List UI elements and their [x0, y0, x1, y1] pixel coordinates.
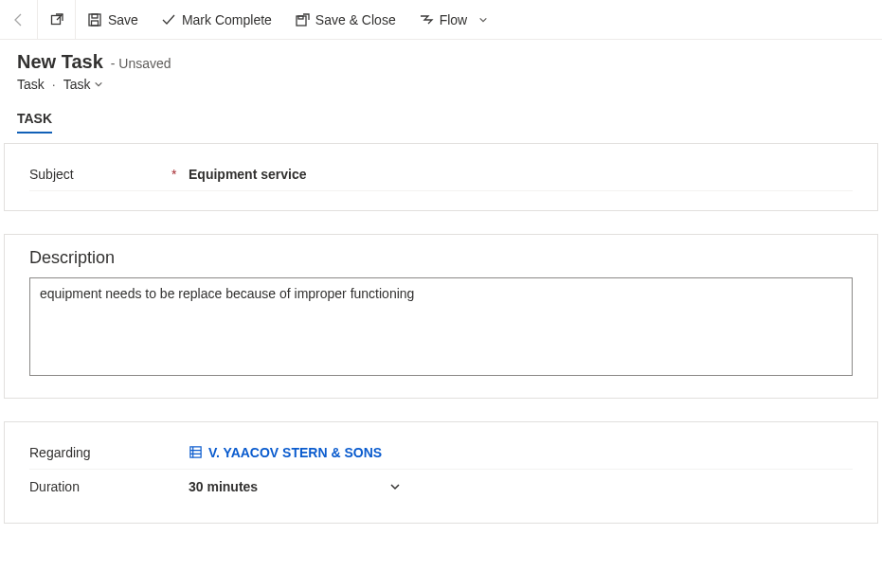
save-button[interactable]: Save	[76, 0, 150, 40]
breadcrumb-form-switcher[interactable]: Task	[63, 77, 104, 92]
svg-rect-2	[92, 14, 98, 18]
duration-value: 30 minutes	[189, 479, 378, 494]
svg-rect-0	[51, 15, 60, 24]
details-section: Regarding V. YAACOV STERN & SONS Duratio…	[4, 421, 878, 524]
page-header: New Task - Unsaved Task · Task	[0, 40, 882, 96]
breadcrumb-separator: ·	[52, 77, 56, 92]
subject-section: Subject * Equipment service	[4, 143, 878, 211]
chevron-down-icon	[478, 15, 488, 25]
regarding-value: V. YAACOV STERN & SONS	[208, 445, 382, 460]
regarding-label: Regarding	[29, 445, 171, 460]
duration-select[interactable]: 30 minutes	[189, 479, 401, 494]
flow-button[interactable]: Flow	[407, 0, 500, 40]
description-title: Description	[29, 248, 853, 268]
popout-button[interactable]	[38, 0, 76, 40]
flow-icon	[419, 12, 434, 27]
description-input[interactable]	[29, 277, 853, 376]
breadcrumb: Task · Task	[17, 77, 865, 92]
chevron-down-icon	[389, 481, 401, 492]
subject-input[interactable]: Equipment service	[189, 167, 853, 182]
save-close-icon	[295, 12, 310, 27]
duration-label: Duration	[29, 479, 171, 494]
flow-label: Flow	[440, 12, 468, 27]
account-icon	[189, 445, 203, 459]
command-bar: Save Mark Complete Save & Close Flow	[0, 0, 882, 40]
page-title: New Task	[17, 51, 103, 73]
svg-rect-6	[190, 447, 201, 457]
save-close-label: Save & Close	[315, 12, 396, 27]
subject-label: Subject	[29, 167, 171, 182]
check-icon	[161, 12, 176, 27]
tab-bar: TASK	[17, 111, 865, 134]
chevron-down-icon	[94, 80, 103, 89]
back-button[interactable]	[0, 0, 38, 40]
breadcrumb-entity: Task	[17, 77, 45, 92]
mark-complete-label: Mark Complete	[182, 12, 272, 27]
save-icon	[87, 12, 102, 27]
svg-rect-1	[89, 14, 100, 26]
mark-complete-button[interactable]: Mark Complete	[150, 0, 283, 40]
svg-rect-5	[298, 16, 303, 19]
regarding-lookup[interactable]: V. YAACOV STERN & SONS	[189, 445, 382, 460]
save-status: - Unsaved	[111, 56, 171, 71]
save-label: Save	[108, 12, 138, 27]
save-close-button[interactable]: Save & Close	[283, 0, 407, 40]
svg-rect-3	[92, 21, 99, 26]
breadcrumb-form: Task	[63, 77, 91, 92]
required-indicator: *	[171, 167, 181, 182]
description-section: Description	[4, 234, 878, 399]
tab-task[interactable]: TASK	[17, 111, 52, 134]
arrow-left-icon	[11, 12, 27, 27]
popout-icon	[49, 12, 64, 27]
